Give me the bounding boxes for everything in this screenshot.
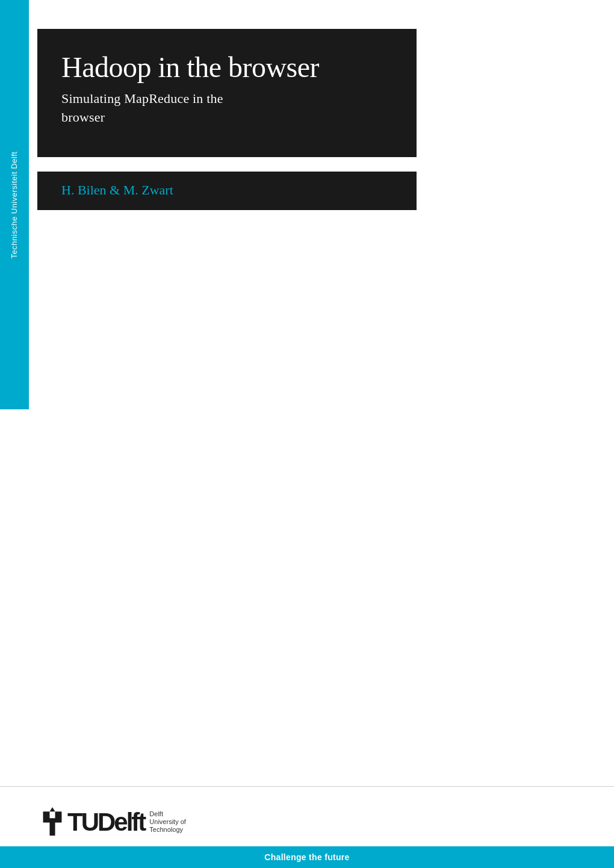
footer-logo-area: TUDelft Delft University of Technology — [0, 787, 186, 846]
sub-title-line1: Simulating MapReduce in the — [61, 91, 223, 106]
university-line1: Delft — [149, 810, 186, 818]
main-title: Hadoop in the browser — [61, 51, 392, 84]
tu-delft-logo: TUDelft Delft University of Technology — [37, 807, 186, 837]
sidebar: Technische Universiteit Delft — [0, 0, 29, 409]
sidebar-label: Technische Universiteit Delft — [10, 151, 19, 258]
footer-banner: Challenge the future — [0, 846, 614, 868]
footer-banner-text: Challenge the future — [264, 852, 349, 862]
authors-text: H. Bilen & M. Zwart — [61, 182, 173, 197]
university-text: Delft University of Technology — [149, 810, 186, 834]
university-line3: Technology — [149, 826, 186, 834]
sub-title-line2: browser — [61, 110, 105, 125]
sub-title: Simulating MapReduce in the browser — [61, 90, 392, 127]
footer: TUDelft Delft University of Technology C… — [0, 787, 614, 868]
svg-marker-1 — [49, 807, 55, 811]
delft-letters: Delft — [98, 808, 144, 836]
tu-text: TUDelft — [67, 810, 144, 835]
authors-block: H. Bilen & M. Zwart — [37, 172, 417, 210]
page-container: Technische Universiteit Delft Hadoop in … — [0, 0, 614, 868]
cover-block: Hadoop in the browser Simulating MapRedu… — [37, 29, 417, 157]
tu-letters: TU — [67, 808, 98, 836]
university-line2: University of — [149, 818, 186, 826]
svg-marker-0 — [43, 811, 62, 835]
tu-icon — [37, 807, 67, 837]
